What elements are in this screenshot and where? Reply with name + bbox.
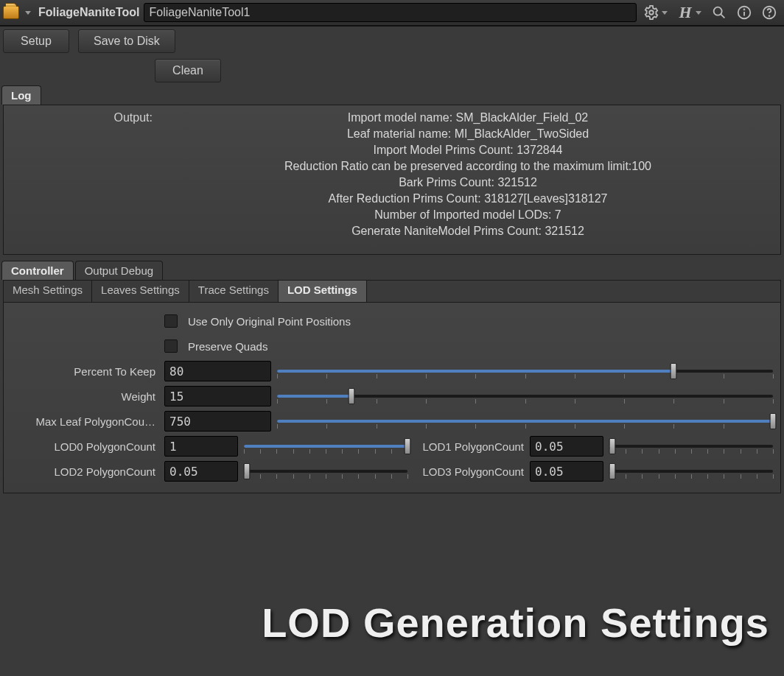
info-icon[interactable] [734, 2, 755, 23]
clean-button[interactable]: Clean [155, 59, 221, 82]
percent-to-keep-input[interactable] [164, 361, 271, 381]
tab-controller[interactable]: Controller [1, 261, 74, 280]
lod3-polycount-input[interactable] [530, 461, 603, 482]
lod1-polycount-slider[interactable] [609, 436, 773, 457]
gear-icon[interactable] [641, 2, 662, 23]
h-dropdown-icon[interactable] [696, 11, 701, 15]
log-line: Generate NaniteModel Prims Count: 321512 [158, 223, 777, 239]
node-name-input[interactable] [144, 3, 637, 22]
lod0-polycount-input[interactable] [164, 436, 238, 457]
log-line: Import model name: SM_BlackAlder_Field_0… [158, 110, 777, 126]
preserve-quads-label: Preserve Quads [188, 340, 267, 353]
max-leaf-polycount-label: Max Leaf PolygonCou… [11, 415, 158, 428]
log-tab-strip: Log [0, 85, 784, 105]
use-only-original-checkbox[interactable] [164, 314, 178, 328]
lod-settings-params: Use Only Original Point Positions Preser… [4, 303, 780, 493]
lod2-polycount-input[interactable] [164, 461, 238, 482]
search-icon[interactable] [709, 2, 729, 23]
help-icon[interactable] [759, 2, 780, 23]
percent-to-keep-label: Percent To Keep [11, 365, 158, 378]
log-line: Number of Imported model LODs: 7 [158, 207, 777, 223]
svg-line-2 [721, 14, 724, 18]
max-leaf-polycount-slider[interactable] [277, 411, 773, 432]
save-to-disk-button[interactable]: Save to Disk [78, 29, 175, 53]
log-line: After Reduction Prims Count: 318127[Leav… [158, 191, 777, 207]
param-use-only-original: Use Only Original Point Positions [11, 309, 773, 334]
lod3-polycount-slider[interactable] [609, 461, 773, 482]
svg-point-7 [769, 15, 770, 16]
lod2-polycount-slider[interactable] [244, 461, 407, 482]
setup-button[interactable]: Setup [3, 29, 69, 53]
lod1-polycount-input[interactable] [530, 436, 603, 457]
max-leaf-polycount-input[interactable] [164, 411, 271, 432]
lod2-polycount-label: LOD2 PolygonCount [11, 465, 158, 478]
log-line: Bark Prims Count: 321512 [158, 175, 777, 191]
param-preserve-quads: Preserve Quads [11, 334, 773, 359]
log-line: Reduction Ratio can be preserved accordi… [158, 158, 777, 175]
preserve-quads-checkbox[interactable] [164, 339, 178, 353]
weight-input[interactable] [164, 386, 271, 406]
tab-trace-settings[interactable]: Trace Settings [189, 281, 279, 302]
settings-tab-strip: Mesh Settings Leaves Settings Trace Sett… [4, 281, 780, 303]
param-percent-to-keep: Percent To Keep [11, 359, 773, 384]
gear-dropdown-icon[interactable] [662, 11, 668, 15]
svg-point-5 [744, 9, 745, 10]
lod3-polycount-label: LOD3 PolygonCount [413, 465, 524, 478]
tab-lod-settings[interactable]: LOD Settings [279, 281, 367, 302]
param-max-leaf-polycount: Max Leaf PolygonCou… [11, 409, 773, 434]
controller-panel: Mesh Settings Leaves Settings Trace Sett… [3, 280, 781, 493]
node-type-icon[interactable] [3, 6, 19, 19]
tab-leaves-settings[interactable]: Leaves Settings [92, 281, 189, 302]
log-output-label: Output: [7, 110, 154, 239]
houdini-h-icon[interactable]: H [675, 2, 696, 23]
lod0-polycount-label: LOD0 PolygonCount [11, 440, 158, 453]
titlebar: FoliageNaniteTool H [0, 0, 784, 27]
weight-slider[interactable] [277, 386, 773, 406]
toolbar-row-1: Setup Save to Disk [0, 27, 784, 56]
param-weight: Weight [11, 384, 773, 409]
log-output-lines: Import model name: SM_BlackAlder_Field_0… [158, 110, 777, 239]
controller-tab-strip: Controller Output Debug [0, 261, 784, 280]
node-type-dropdown-icon[interactable] [25, 11, 31, 15]
percent-to-keep-slider[interactable] [277, 361, 773, 381]
param-lod2-lod3: LOD2 PolygonCount LOD3 PolygonCount [11, 459, 773, 484]
svg-point-1 [714, 7, 722, 15]
page-heading: LOD Generation Settings [262, 599, 769, 647]
tab-log[interactable]: Log [1, 85, 41, 105]
tab-mesh-settings[interactable]: Mesh Settings [4, 281, 92, 302]
log-line: Import Model Prims Count: 1372844 [158, 142, 777, 158]
tab-output-debug[interactable]: Output Debug [75, 261, 163, 280]
toolbar-row-2: Clean [0, 56, 784, 85]
log-panel: Output: Import model name: SM_BlackAlder… [3, 105, 781, 255]
lod1-polycount-label: LOD1 PolygonCount [413, 440, 524, 453]
param-lod0-lod1: LOD0 PolygonCount LOD1 PolygonCount [11, 434, 773, 459]
log-line: Leaf material name: MI_BlackAlder_TwoSid… [158, 126, 777, 142]
lod0-polycount-slider[interactable] [244, 436, 407, 457]
node-type-label: FoliageNaniteTool [38, 6, 139, 19]
svg-point-0 [649, 10, 654, 15]
use-only-original-label: Use Only Original Point Positions [188, 315, 351, 328]
weight-label: Weight [11, 390, 158, 403]
